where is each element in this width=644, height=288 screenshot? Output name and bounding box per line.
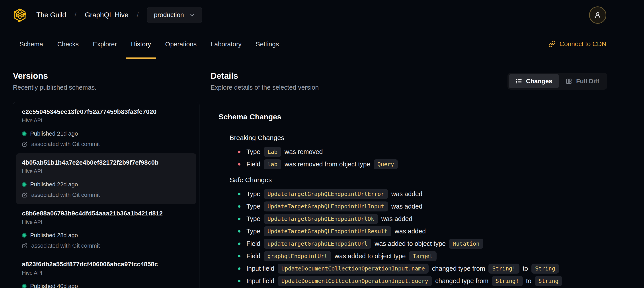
schema-change-text: Field: [246, 161, 260, 168]
version-list-item[interactable]: a823f6db2a55df877dcf406006abca97fcc4858c…: [13, 255, 199, 288]
published-status-text: Published 28d ago: [30, 232, 78, 239]
schema-change-code-badge: String: [532, 263, 559, 273]
columns-icon: [566, 78, 572, 85]
version-list-item[interactable]: e2e55045345ce13fe07f52a77459b83fa3fe7020…: [13, 103, 199, 153]
versions-list: e2e55045345ce13fe07f52a77459b83fa3fe7020…: [13, 102, 200, 288]
tab-history[interactable]: History: [124, 30, 158, 58]
schema-change-text: was removed from object type: [284, 161, 370, 168]
version-publish-status: Published 22d ago: [22, 181, 190, 188]
breadcrumb-project[interactable]: GraphQL Hive: [85, 11, 128, 19]
git-commit-label: associated with Git commit: [31, 242, 100, 249]
versions-title: Versions: [13, 71, 200, 81]
schema-change-row: TypeUpdateTargetGraphQLEndpointUrlResult…: [238, 226, 607, 236]
hive-logo-icon[interactable]: [13, 8, 27, 22]
schema-change-code-badge: UpdateDocumentCollectionOperationInput.n…: [278, 263, 428, 273]
version-hash: 4b05ab51b1b4a7e2e4b0ef82172f2b9f7ef98c0b: [22, 159, 190, 166]
tab-schema[interactable]: Schema: [13, 30, 50, 58]
safe-bullet-dot: [238, 230, 240, 232]
git-commit-link[interactable]: associated with Git commit: [22, 141, 190, 148]
git-commit-link[interactable]: associated with Git commit: [22, 191, 190, 198]
change-sections: Breaking ChangesTypeLabwas removedFieldl…: [218, 134, 607, 286]
schema-change-text: Type: [246, 148, 260, 156]
version-service-name: Hive API: [22, 270, 190, 276]
tab-laboratory[interactable]: Laboratory: [204, 30, 248, 58]
schema-change-text: was removed: [284, 148, 323, 156]
published-status-dot: [22, 131, 26, 136]
target-selector-value: production: [154, 11, 184, 19]
schema-change-row: Input fieldUpdateDocumentCollectionOpera…: [238, 275, 607, 286]
connect-to-cdn-label: Connect to CDN: [560, 40, 606, 48]
schema-change-code-badge: UpdateTargetGraphQLEndpointUrlResult: [264, 226, 391, 236]
version-service-name: Hive API: [22, 168, 190, 174]
schema-change-row: FieldgraphqlEndpointUrlwas added to obje…: [238, 251, 607, 261]
safe-bullet-dot: [238, 242, 240, 245]
version-list-item[interactable]: c8b6e88a06793b9c4dfd54aaa21b36a1b421d812…: [13, 204, 199, 255]
full-diff-view-label: Full Diff: [576, 78, 599, 85]
safe-bullet-dot: [238, 193, 240, 195]
schema-change-text: was added: [391, 190, 422, 198]
view-toggle-group: Changes Full Diff: [508, 73, 607, 90]
git-commit-label: associated with Git commit: [31, 191, 100, 198]
version-publish-status: Published 28d ago: [22, 232, 190, 239]
schema-change-text: Input field: [246, 277, 274, 285]
tab-operations[interactable]: Operations: [158, 30, 203, 58]
version-hash: e2e55045345ce13fe07f52a77459b83fa3fe7020: [22, 108, 190, 115]
tabs-container: SchemaChecksExplorerHistoryOperationsLab…: [13, 30, 286, 58]
target-selector-dropdown[interactable]: production: [147, 7, 202, 23]
details-title: Details: [210, 71, 319, 81]
version-service-name: Hive API: [22, 219, 190, 225]
changes-view-label: Changes: [526, 78, 552, 85]
version-hash: c8b6e88a06793b9c4dfd54aaa21b36a1b421d812: [22, 210, 190, 217]
external-link-icon: [22, 243, 28, 249]
breadcrumb-org[interactable]: The Guild: [36, 11, 66, 19]
git-commit-link[interactable]: associated with Git commit: [22, 242, 190, 249]
published-status-dot: [22, 182, 26, 187]
breaking-changes-list: TypeLabwas removedFieldlabwas removed fr…: [230, 146, 607, 169]
schema-change-code-badge: String!: [492, 276, 522, 286]
schema-change-row: TypeUpdateTargetGraphQLEndpointUrlOkwas …: [238, 213, 607, 224]
published-status-dot: [22, 284, 26, 288]
schema-change-code-badge: Query: [374, 159, 398, 169]
tab-checks[interactable]: Checks: [50, 30, 85, 58]
published-status-dot: [22, 233, 26, 238]
schema-changes-title: Schema Changes: [218, 113, 607, 121]
breadcrumb-separator: /: [137, 11, 138, 19]
safe-bullet-dot: [238, 205, 240, 208]
version-list-item[interactable]: 4b05ab51b1b4a7e2e4b0ef82172f2b9f7ef98c0b…: [16, 153, 196, 204]
published-status-text: Published 21d ago: [30, 130, 78, 137]
schema-change-code-badge: Mutation: [449, 239, 483, 249]
schema-change-code-badge: String: [535, 276, 562, 286]
version-service-name: Hive API: [22, 117, 190, 124]
safe-bullet-dot: [238, 218, 240, 220]
schema-change-text: Field: [246, 240, 260, 247]
full-diff-view-button[interactable]: Full Diff: [559, 74, 606, 88]
schema-change-code-badge: Target: [409, 251, 436, 261]
schema-change-code-badge: Lab: [264, 147, 281, 157]
safe-changes-list: TypeUpdateTargetGraphQLEndpointUrlErrorw…: [230, 189, 607, 286]
safe-bullet-dot: [238, 280, 240, 282]
project-tab-bar: SchemaChecksExplorerHistoryOperationsLab…: [0, 30, 644, 58]
schema-change-code-badge: String!: [488, 263, 519, 273]
schema-change-text: was added: [391, 203, 422, 210]
schema-change-code-badge: updateTargetGraphQLEndpointUrl: [264, 239, 372, 249]
list-icon: [516, 78, 522, 85]
schema-change-text: Field: [246, 252, 260, 260]
breaking-changes-subsection: Breaking ChangesTypeLabwas removedFieldl…: [230, 134, 607, 169]
safe-changes-subsection: Safe ChangesTypeUpdateTargetGraphQLEndpo…: [230, 176, 607, 286]
tab-settings[interactable]: Settings: [249, 30, 286, 58]
schema-change-code-badge: UpdateDocumentCollectionOperationInput.q…: [278, 276, 432, 286]
schema-change-row: TypeLabwas removed: [238, 146, 607, 157]
version-publish-status: Published 40d ago: [22, 283, 190, 288]
schema-change-code-badge: lab: [264, 159, 281, 169]
connect-to-cdn-button[interactable]: Connect to CDN: [548, 40, 606, 48]
tab-explorer[interactable]: Explorer: [86, 30, 124, 58]
external-link-icon: [22, 141, 28, 147]
breaking-changes-title: Breaking Changes: [230, 134, 607, 142]
published-status-text: Published 40d ago: [30, 283, 78, 288]
changes-view-button[interactable]: Changes: [509, 74, 559, 88]
schema-change-row: TypeUpdateTargetGraphQLEndpointUrlInputw…: [238, 201, 607, 212]
main-content: Versions Recently published schemas. e2e…: [0, 58, 644, 288]
safe-bullet-dot: [238, 255, 240, 257]
app-header: The Guild / GraphQL Hive / production: [0, 0, 644, 30]
user-avatar[interactable]: [589, 7, 606, 24]
